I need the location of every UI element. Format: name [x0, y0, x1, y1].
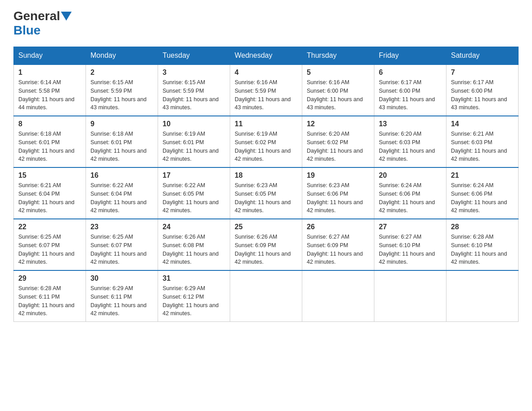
calendar-day-cell: 25 Sunrise: 6:26 AM Sunset: 6:09 PM Dayl… — [230, 219, 302, 270]
day-number: 6 — [379, 68, 442, 77]
calendar-day-cell: 4 Sunrise: 6:16 AM Sunset: 5:59 PM Dayli… — [230, 64, 302, 116]
calendar-day-cell: 18 Sunrise: 6:23 AM Sunset: 6:05 PM Dayl… — [230, 167, 302, 219]
day-number: 24 — [163, 223, 225, 231]
day-info: Sunrise: 6:19 AM Sunset: 6:01 PM Dayligh… — [163, 130, 225, 163]
calendar-table: SundayMondayTuesdayWednesdayThursdayFrid… — [13, 47, 519, 322]
calendar-day-cell: 11 Sunrise: 6:19 AM Sunset: 6:02 PM Dayl… — [230, 116, 302, 167]
calendar-week-row: 1 Sunrise: 6:14 AM Sunset: 5:58 PM Dayli… — [14, 64, 519, 116]
calendar-day-cell: 21 Sunrise: 6:24 AM Sunset: 6:06 PM Dayl… — [446, 167, 519, 219]
day-number: 1 — [18, 68, 81, 77]
day-number: 4 — [235, 68, 297, 77]
calendar-day-cell: 5 Sunrise: 6:16 AM Sunset: 6:00 PM Dayli… — [302, 64, 374, 116]
calendar-day-cell — [446, 270, 519, 322]
day-number: 16 — [90, 171, 153, 180]
calendar-day-cell: 7 Sunrise: 6:17 AM Sunset: 6:00 PM Dayli… — [446, 64, 519, 116]
day-number: 17 — [163, 171, 225, 180]
day-number: 14 — [451, 120, 514, 128]
day-number: 9 — [90, 120, 153, 128]
calendar-day-cell: 17 Sunrise: 6:22 AM Sunset: 6:05 PM Dayl… — [158, 167, 230, 219]
day-info: Sunrise: 6:19 AM Sunset: 6:02 PM Dayligh… — [235, 130, 297, 163]
calendar-day-cell: 26 Sunrise: 6:27 AM Sunset: 6:09 PM Dayl… — [302, 219, 374, 270]
day-info: Sunrise: 6:27 AM Sunset: 6:09 PM Dayligh… — [307, 233, 369, 266]
logo-general-text: General — [13, 9, 60, 23]
day-of-week-header: Saturday — [446, 47, 519, 65]
day-info: Sunrise: 6:21 AM Sunset: 6:04 PM Dayligh… — [18, 181, 81, 215]
calendar-day-cell: 12 Sunrise: 6:20 AM Sunset: 6:02 PM Dayl… — [302, 116, 374, 167]
day-info: Sunrise: 6:24 AM Sunset: 6:06 PM Dayligh… — [451, 181, 514, 215]
day-info: Sunrise: 6:16 AM Sunset: 6:00 PM Dayligh… — [307, 78, 369, 112]
day-number: 11 — [235, 120, 297, 128]
day-of-week-header: Thursday — [302, 47, 374, 65]
calendar-day-cell: 13 Sunrise: 6:20 AM Sunset: 6:03 PM Dayl… — [374, 116, 446, 167]
day-info: Sunrise: 6:14 AM Sunset: 5:58 PM Dayligh… — [18, 78, 81, 112]
calendar-day-cell: 14 Sunrise: 6:21 AM Sunset: 6:03 PM Dayl… — [446, 116, 519, 167]
page-header: General Blue — [13, 9, 519, 38]
day-number: 28 — [451, 223, 514, 231]
day-info: Sunrise: 6:15 AM Sunset: 5:59 PM Dayligh… — [90, 78, 153, 112]
calendar-week-row: 8 Sunrise: 6:18 AM Sunset: 6:01 PM Dayli… — [14, 116, 519, 167]
day-info: Sunrise: 6:18 AM Sunset: 6:01 PM Dayligh… — [90, 130, 153, 163]
day-of-week-header: Tuesday — [158, 47, 230, 65]
calendar-day-cell: 28 Sunrise: 6:28 AM Sunset: 6:10 PM Dayl… — [446, 219, 519, 270]
calendar-day-cell: 20 Sunrise: 6:24 AM Sunset: 6:06 PM Dayl… — [374, 167, 446, 219]
calendar-day-cell: 30 Sunrise: 6:29 AM Sunset: 6:11 PM Dayl… — [86, 270, 158, 322]
calendar-day-cell: 29 Sunrise: 6:28 AM Sunset: 6:11 PM Dayl… — [14, 270, 86, 322]
day-info: Sunrise: 6:25 AM Sunset: 6:07 PM Dayligh… — [18, 233, 81, 266]
calendar-week-row: 29 Sunrise: 6:28 AM Sunset: 6:11 PM Dayl… — [14, 270, 519, 322]
calendar-day-cell: 3 Sunrise: 6:15 AM Sunset: 5:59 PM Dayli… — [158, 64, 230, 116]
day-info: Sunrise: 6:28 AM Sunset: 6:10 PM Dayligh… — [451, 233, 514, 266]
day-number: 7 — [451, 68, 514, 77]
calendar-day-cell — [302, 270, 374, 322]
calendar-day-cell: 16 Sunrise: 6:22 AM Sunset: 6:04 PM Dayl… — [86, 167, 158, 219]
day-number: 5 — [307, 68, 369, 77]
calendar-day-cell: 2 Sunrise: 6:15 AM Sunset: 5:59 PM Dayli… — [86, 64, 158, 116]
day-info: Sunrise: 6:17 AM Sunset: 6:00 PM Dayligh… — [451, 78, 514, 112]
day-info: Sunrise: 6:20 AM Sunset: 6:02 PM Dayligh… — [307, 130, 369, 163]
day-of-week-header: Wednesday — [230, 47, 302, 65]
calendar-day-cell: 22 Sunrise: 6:25 AM Sunset: 6:07 PM Dayl… — [14, 219, 86, 270]
day-info: Sunrise: 6:23 AM Sunset: 6:06 PM Dayligh… — [307, 181, 369, 215]
day-info: Sunrise: 6:27 AM Sunset: 6:10 PM Dayligh… — [379, 233, 442, 266]
day-info: Sunrise: 6:16 AM Sunset: 5:59 PM Dayligh… — [235, 78, 297, 112]
day-info: Sunrise: 6:21 AM Sunset: 6:03 PM Dayligh… — [451, 130, 514, 163]
day-info: Sunrise: 6:25 AM Sunset: 6:07 PM Dayligh… — [90, 233, 153, 266]
calendar-day-cell — [230, 270, 302, 322]
calendar-day-cell: 23 Sunrise: 6:25 AM Sunset: 6:07 PM Dayl… — [86, 219, 158, 270]
day-number: 8 — [18, 120, 81, 128]
day-number: 20 — [379, 171, 442, 180]
calendar-header-row: SundayMondayTuesdayWednesdayThursdayFrid… — [14, 47, 519, 65]
day-info: Sunrise: 6:20 AM Sunset: 6:03 PM Dayligh… — [379, 130, 442, 163]
day-info: Sunrise: 6:22 AM Sunset: 6:05 PM Dayligh… — [163, 181, 225, 215]
calendar-day-cell: 10 Sunrise: 6:19 AM Sunset: 6:01 PM Dayl… — [158, 116, 230, 167]
day-info: Sunrise: 6:18 AM Sunset: 6:01 PM Dayligh… — [18, 130, 81, 163]
day-info: Sunrise: 6:26 AM Sunset: 6:08 PM Dayligh… — [163, 233, 225, 266]
day-info: Sunrise: 6:15 AM Sunset: 5:59 PM Dayligh… — [163, 78, 225, 112]
calendar-day-cell: 8 Sunrise: 6:18 AM Sunset: 6:01 PM Dayli… — [14, 116, 86, 167]
day-info: Sunrise: 6:17 AM Sunset: 6:00 PM Dayligh… — [379, 78, 442, 112]
day-number: 19 — [307, 171, 369, 180]
calendar-week-row: 22 Sunrise: 6:25 AM Sunset: 6:07 PM Dayl… — [14, 219, 519, 270]
logo-triangle-icon — [61, 12, 72, 21]
day-number: 2 — [90, 68, 153, 77]
calendar-day-cell: 9 Sunrise: 6:18 AM Sunset: 6:01 PM Dayli… — [86, 116, 158, 167]
day-number: 26 — [307, 223, 369, 231]
calendar-day-cell: 31 Sunrise: 6:29 AM Sunset: 6:12 PM Dayl… — [158, 270, 230, 322]
day-of-week-header: Sunday — [14, 47, 86, 65]
day-info: Sunrise: 6:24 AM Sunset: 6:06 PM Dayligh… — [379, 181, 442, 215]
day-number: 23 — [90, 223, 153, 231]
day-info: Sunrise: 6:29 AM Sunset: 6:11 PM Dayligh… — [90, 284, 153, 318]
day-number: 27 — [379, 223, 442, 231]
day-of-week-header: Monday — [86, 47, 158, 65]
day-number: 29 — [18, 274, 81, 283]
day-number: 31 — [163, 274, 225, 283]
calendar-week-row: 15 Sunrise: 6:21 AM Sunset: 6:04 PM Dayl… — [14, 167, 519, 219]
calendar-day-cell: 6 Sunrise: 6:17 AM Sunset: 6:00 PM Dayli… — [374, 64, 446, 116]
day-info: Sunrise: 6:29 AM Sunset: 6:12 PM Dayligh… — [163, 284, 225, 318]
day-number: 18 — [235, 171, 297, 180]
calendar-day-cell: 19 Sunrise: 6:23 AM Sunset: 6:06 PM Dayl… — [302, 167, 374, 219]
day-number: 10 — [163, 120, 225, 128]
day-number: 25 — [235, 223, 297, 231]
day-number: 30 — [90, 274, 153, 283]
calendar-day-cell: 1 Sunrise: 6:14 AM Sunset: 5:58 PM Dayli… — [14, 64, 86, 116]
calendar-day-cell: 24 Sunrise: 6:26 AM Sunset: 6:08 PM Dayl… — [158, 219, 230, 270]
